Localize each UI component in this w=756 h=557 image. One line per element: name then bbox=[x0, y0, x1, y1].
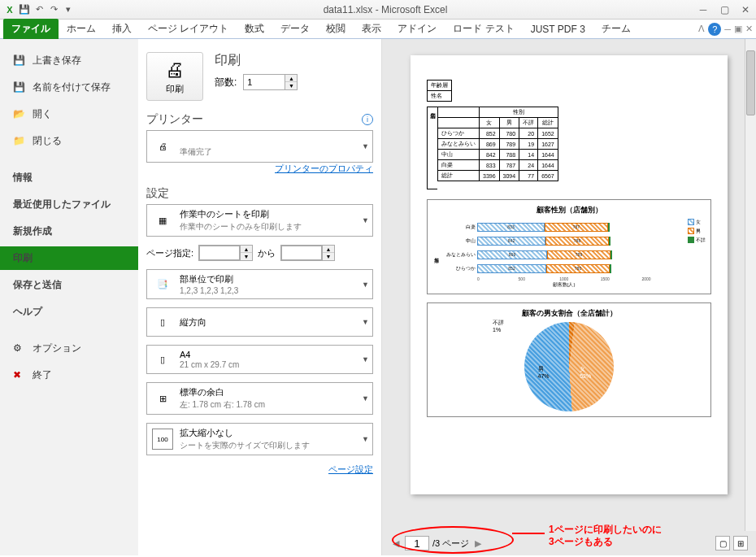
portrait-icon: ▯ bbox=[152, 311, 173, 333]
backstage-view: 💾上書き保存 💾名前を付けて保存 📂開く 📁閉じる 情報 最近使用したファイル … bbox=[0, 39, 756, 555]
pie-label-male: 男 47% bbox=[538, 365, 550, 379]
tab-formulas[interactable]: 数式 bbox=[237, 19, 272, 39]
sidebar-item-label: ヘルプ bbox=[13, 305, 42, 319]
tab-view[interactable]: 表示 bbox=[354, 19, 389, 39]
excel-icon: X bbox=[3, 3, 16, 16]
margins-dropdown[interactable]: ⊞ 標準の余白 左: 1.78 cm 右: 1.78 cm ▼ bbox=[146, 382, 373, 415]
spinner-up-icon[interactable]: ▲ bbox=[285, 75, 297, 82]
sidebar-item-close[interactable]: 📁閉じる bbox=[0, 129, 138, 153]
scaling-dropdown[interactable]: 100 拡大縮小なし シートを実際のサイズで印刷します ▼ bbox=[146, 423, 373, 455]
next-page-button[interactable]: ▶ bbox=[472, 538, 484, 549]
tab-team[interactable]: チーム bbox=[593, 19, 639, 39]
printer-properties-link[interactable]: プリンターのプロパティ bbox=[146, 163, 373, 175]
scrollbar-thumb[interactable] bbox=[746, 50, 755, 115]
spinner-up-icon[interactable]: ▲ bbox=[241, 246, 252, 253]
tab-data[interactable]: データ bbox=[272, 19, 318, 39]
workbook-close-icon[interactable]: ✕ bbox=[745, 24, 753, 34]
margins-icon: ⊞ bbox=[152, 388, 173, 409]
page-setup-link[interactable]: ページ設定 bbox=[146, 463, 373, 476]
paper-size-dropdown[interactable]: ▯ A4 21 cm x 29.7 cm ▼ bbox=[146, 345, 373, 374]
page-to-spinner[interactable]: ▲▼ bbox=[280, 245, 335, 261]
sidebar-item-print[interactable]: 印刷 bbox=[0, 246, 138, 270]
folder-open-icon: 📂 bbox=[13, 108, 26, 121]
tab-addins[interactable]: アドイン bbox=[389, 19, 445, 39]
printer-dropdown[interactable]: 🖨 準備完了 ▼ bbox=[146, 130, 373, 163]
window-controls: ─ ▢ ✕ bbox=[696, 4, 753, 15]
tab-insert[interactable]: 挿入 bbox=[104, 19, 140, 39]
spinner-down-icon[interactable]: ▼ bbox=[323, 253, 334, 260]
ribbon-tabs: ファイル ホーム 挿入 ページ レイアウト 数式 データ 校閲 表示 アドイン … bbox=[0, 20, 756, 39]
chevron-down-icon: ▼ bbox=[362, 355, 369, 363]
page-icon: ▯ bbox=[152, 349, 173, 370]
printer-name bbox=[180, 136, 212, 146]
orientation-dropdown[interactable]: ▯ 縦方向 ▼ bbox=[146, 307, 373, 337]
scale-icon: 100 bbox=[152, 429, 173, 450]
exit-icon: ✖ bbox=[13, 369, 26, 382]
spinner-up-icon[interactable]: ▲ bbox=[323, 246, 334, 253]
page-range-to: から bbox=[258, 247, 276, 259]
undo-icon[interactable]: ↶ bbox=[33, 3, 46, 16]
tab-page-layout[interactable]: ページ レイアウト bbox=[140, 19, 237, 39]
sidebar-item-info[interactable]: 情報 bbox=[0, 166, 138, 189]
sidebar-item-saveas[interactable]: 💾名前を付けて保存 bbox=[0, 76, 138, 99]
copies-label: 部数: bbox=[215, 76, 237, 89]
pie-label-female: 女 52% bbox=[580, 365, 591, 379]
workbook-restore-icon[interactable]: ▣ bbox=[734, 24, 742, 34]
orientation-label: 縦方向 bbox=[180, 316, 367, 329]
workbook-minimize-icon[interactable]: ─ bbox=[724, 24, 731, 34]
save-icon[interactable]: 💾 bbox=[18, 3, 31, 16]
sidebar-item-help[interactable]: ヘルプ bbox=[0, 300, 138, 324]
sidebar-item-new[interactable]: 新規作成 bbox=[0, 220, 138, 243]
tab-home[interactable]: ホーム bbox=[59, 19, 104, 39]
close-icon[interactable]: ✕ bbox=[738, 4, 753, 15]
maximize-icon[interactable]: ▢ bbox=[717, 4, 732, 15]
collate-dropdown[interactable]: 📑 部単位で印刷 1,2,3 1,2,3 1,2,3 ▼ bbox=[146, 269, 373, 299]
spinner-down-icon[interactable]: ▼ bbox=[285, 82, 297, 89]
save-icon: 💾 bbox=[13, 54, 26, 67]
minimize-icon[interactable]: ─ bbox=[696, 4, 710, 15]
printer-icon: 🖨 bbox=[152, 136, 173, 157]
show-margins-icon[interactable]: ⊞ bbox=[733, 536, 748, 550]
zoom-to-page-icon[interactable]: ▢ bbox=[715, 536, 730, 550]
page-from-input[interactable] bbox=[199, 246, 240, 260]
sidebar-item-label: 終了 bbox=[33, 368, 52, 382]
preview-pie-chart: 顧客の男女割合（全店舗計） 女 52% 男 47% 不詳 1% bbox=[427, 302, 711, 417]
copies-input[interactable] bbox=[244, 77, 285, 87]
saveas-icon: 💾 bbox=[13, 81, 26, 94]
sidebar-item-save[interactable]: 💾上書き保存 bbox=[0, 49, 138, 72]
prev-page-button[interactable]: ◀ bbox=[390, 538, 402, 549]
qat-dropdown-icon[interactable]: ▾ bbox=[62, 3, 75, 16]
sidebar-item-recent[interactable]: 最近使用したファイル bbox=[0, 193, 138, 216]
copies-spinner[interactable]: ▲▼ bbox=[243, 74, 298, 90]
info-icon[interactable]: i bbox=[362, 114, 373, 125]
sidebar-item-options[interactable]: ⚙オプション bbox=[0, 337, 138, 360]
printer-heading: プリンター bbox=[146, 112, 203, 127]
sidebar-item-open[interactable]: 📂開く bbox=[0, 102, 138, 126]
sidebar-item-label: 印刷 bbox=[13, 251, 33, 265]
minimize-ribbon-icon[interactable]: ᐱ bbox=[698, 24, 705, 34]
window-title: data11.xlsx - Microsoft Excel bbox=[75, 4, 696, 15]
tab-loadtest[interactable]: ロード テスト bbox=[445, 19, 522, 39]
page-from-spinner[interactable]: ▲▼ bbox=[198, 245, 253, 261]
sidebar-item-label: 保存と送信 bbox=[13, 278, 62, 292]
tab-review[interactable]: 校閲 bbox=[318, 19, 354, 39]
tab-justpdf[interactable]: JUST PDF 3 bbox=[523, 20, 593, 38]
print-scope-dropdown[interactable]: ▦ 作業中のシートを印刷 作業中のシートのみを印刷します ▼ bbox=[146, 204, 373, 237]
preview-scrollbar[interactable] bbox=[745, 39, 756, 531]
sidebar-item-exit[interactable]: ✖終了 bbox=[0, 363, 138, 387]
chart1-xlabel: 顧客数(人) bbox=[445, 281, 683, 289]
help-icon[interactable]: ? bbox=[708, 23, 721, 36]
annotation-text: 1ページに印刷したいのに 3ページもある bbox=[549, 524, 662, 549]
preview-data-table: 性別 女男不詳総計 ひらつか852780201652 みなとみらい8697891… bbox=[437, 107, 558, 181]
preview-bar-chart: 顧客性別（店舗別） 店舗名 白楽833787 中山842788 みなとみらい86… bbox=[427, 199, 711, 294]
chevron-down-icon: ▼ bbox=[362, 216, 369, 224]
redo-icon[interactable]: ↷ bbox=[47, 3, 60, 16]
print-button[interactable]: 🖨 印刷 bbox=[146, 52, 203, 101]
spinner-down-icon[interactable]: ▼ bbox=[241, 253, 252, 260]
tab-file[interactable]: ファイル bbox=[3, 19, 59, 39]
sidebar-item-label: 閉じる bbox=[33, 134, 62, 148]
page-to-input[interactable] bbox=[281, 246, 322, 260]
sidebar-item-share[interactable]: 保存と送信 bbox=[0, 273, 138, 297]
page-number-input[interactable] bbox=[405, 536, 429, 550]
paper-main: A4 bbox=[180, 350, 239, 359]
